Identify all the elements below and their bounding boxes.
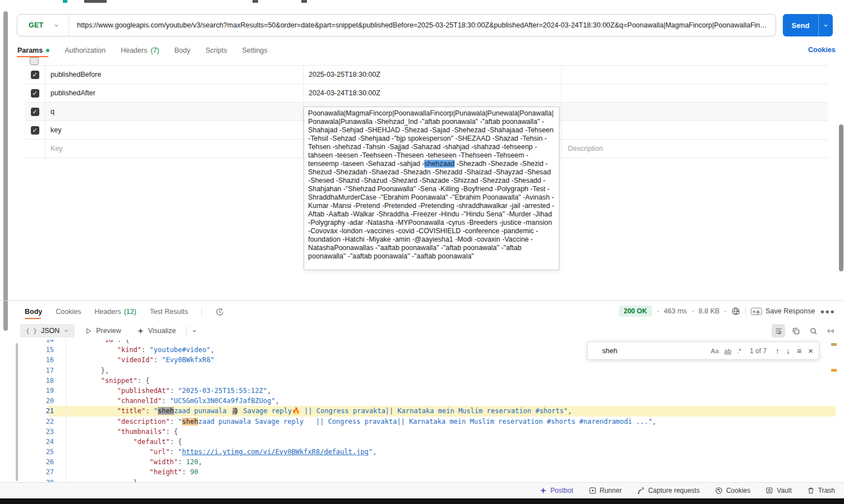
param-value[interactable]: 2024-03-24T18:30:00Z [303,84,561,102]
tab-label: Scripts [205,47,227,54]
tab-label: Body [25,308,42,316]
find-next-icon[interactable]: ↓ [786,346,790,355]
chevron-down-icon[interactable] [191,328,198,334]
tab-settings[interactable]: Settings [242,47,267,54]
regex-toggle[interactable]: .* [737,348,741,354]
params-partial-row [25,62,828,66]
footer-capture-button[interactable]: Capture requests [637,487,700,494]
code-line-24: 24 "default": { [16,437,836,447]
q-value-before: Poonawalla|MagmaFincorp|PoonawallaFincor… [308,109,553,168]
close-icon[interactable]: × [808,346,813,355]
footer-runner-button[interactable]: Runner [589,487,622,494]
param-checkbox[interactable]: ✓ [31,108,39,116]
code-line-26: 26 "width": 120, [16,457,836,467]
param-key[interactable]: key [45,121,303,139]
footer-label: Capture requests [648,487,700,494]
new-key-input[interactable]: Key [45,140,303,158]
code-line-18: 18 "snippet": { [16,376,836,386]
visualize-label: Visualize [148,327,176,335]
tab-scripts[interactable]: Scripts [205,47,227,54]
tab-label: Settings [242,47,267,54]
history-icon[interactable] [215,308,224,316]
footer-vault-button[interactable]: Vault [765,487,791,494]
save-response-button[interactable]: e.g. Save Response [751,307,815,315]
method-label: GET [29,21,43,29]
match-case-toggle[interactable]: Aa [710,348,718,354]
url-input[interactable]: https://www.googleapis.com/youtube/v3/se… [69,21,776,29]
thumbnail-url-link[interactable]: https://i.ytimg.com/vi/Evy0BWkfxR8/defau… [182,448,368,456]
whole-word-toggle[interactable]: ab [724,348,732,354]
response-body-viewer[interactable]: 14 "id": {15 "kind": "youtube#video",16 … [16,340,836,482]
checkbox[interactable] [30,57,39,65]
search-match-marker [831,369,837,372]
response-tabs: BodyCookiesHeaders (12)Test Results [25,304,224,319]
screen-edge [0,498,844,504]
send-options-chevron-icon[interactable] [818,14,833,36]
link-icon[interactable] [824,324,837,337]
response-tab-headers[interactable]: Headers (12) [94,308,136,316]
footer-label: Runner [600,487,622,494]
response-size[interactable]: 8.8 KB [699,307,720,315]
tabbar-fragment [253,0,258,3]
window-scrollbar[interactable] [839,124,843,271]
find-previous-icon[interactable]: ↑ [776,346,779,355]
param-checkbox[interactable]: ✓ [31,126,39,135]
footer-label: Cookies [726,487,750,494]
send-label: Send [783,21,818,30]
tab-label: Authorization [65,47,106,54]
param-description[interactable] [561,121,828,139]
braces-icon: { } [26,327,37,335]
param-key[interactable]: publishedAfter [45,84,303,102]
tab-label: Body [175,47,191,54]
tabbar-fragment [84,0,107,3]
q-value-after: -Shezadh -Shezade -Shezid -Shezud -Sheza… [308,160,554,260]
visualize-button[interactable]: Visualize [131,324,182,337]
search-icon[interactable] [806,324,820,337]
param-checkbox[interactable]: ✓ [31,71,39,79]
tab-params[interactable]: Params [17,47,49,54]
postbot-icon [539,487,547,494]
copy-icon[interactable] [789,324,802,337]
response-scrollbar-left[interactable] [16,343,18,481]
param-value[interactable]: 2025-03-25T18:30:00Z [303,66,561,84]
tab-authorization[interactable]: Authorization [65,47,106,54]
footer-trash-button[interactable]: Trash [807,487,835,494]
network-security-icon[interactable] [731,307,740,316]
response-tab-body[interactable]: Body [25,308,42,316]
status-badge[interactable]: 200 OK [619,306,652,317]
footer-label: Vault [777,487,791,494]
param-key[interactable]: q [45,103,303,121]
send-button[interactable]: Send [783,14,833,36]
response-tab-cookies[interactable]: Cookies [56,308,81,316]
response-meta: 200 OK 463 ms 8.8 KB e.g. Save Response … [619,305,836,317]
cookies-link[interactable]: Cookies [808,46,836,54]
format-label: JSON [41,327,59,335]
tab-body[interactable]: Body [175,47,191,54]
param-description[interactable] [561,103,828,121]
find-in-selection-icon[interactable]: ≡ [797,346,801,355]
response-time[interactable]: 463 ms [664,307,687,315]
code-line-28: 28 } [16,478,836,482]
footer-cookie-button[interactable]: Cookies [715,487,750,494]
param-checkbox[interactable]: ✓ [31,89,39,98]
new-description-input[interactable]: Description [561,140,828,158]
param-description[interactable] [561,66,828,84]
more-options-icon[interactable]: ●●● [820,307,835,316]
find-input[interactable] [588,347,708,355]
code-line-22: 22 "description": "shehzaad punawala Sav… [16,417,836,427]
param-description[interactable] [561,84,828,102]
indent-guide [49,340,50,482]
format-select[interactable]: { } JSON [20,324,75,337]
footer-label: Postbot [551,487,574,494]
method-select[interactable]: GET [17,21,68,29]
preview-button[interactable]: Preview [79,324,126,337]
footer-postbot-button[interactable]: Postbot [539,487,574,494]
tab-count: (7) [150,47,159,54]
param-key[interactable]: publishedBefore [45,66,303,84]
q-value-editor[interactable]: Poonawalla|MagmaFincorp|PoonawallaFincor… [304,107,559,270]
wrap-text-button[interactable] [772,324,785,337]
tab-headers[interactable]: Headers (7) [121,47,159,54]
response-tab-test-results[interactable]: Test Results [150,308,188,316]
left-scrollbar[interactable] [3,11,8,331]
dot-separator [657,311,659,312]
